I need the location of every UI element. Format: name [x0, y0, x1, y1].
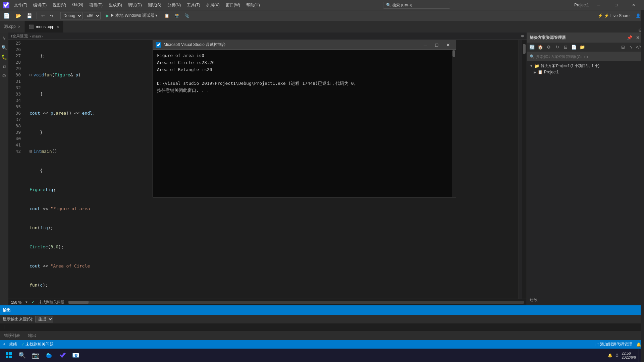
zoom-level[interactable]: 158 % [11, 300, 21, 304]
se-scrollbar[interactable] [641, 33, 644, 305]
tree-solution-root[interactable]: ▼ 📁 解决方案'Project1'(1 个项目/共 1 个) [527, 63, 644, 69]
menu-view[interactable]: 视图(V) [50, 2, 69, 9]
edge-taskbar[interactable] [43, 349, 55, 361]
editor-main: ⑂ 🔍 🐛 ⧉ ⚙ (全局范围) › main() ⊕ [0, 33, 644, 305]
start-button[interactable] [3, 349, 15, 361]
activity-debug[interactable]: 🐛 [1, 53, 8, 61]
problems-text[interactable]: 未找到相关问题 [39, 300, 64, 305]
console-scrollbar-thumb[interactable] [452, 50, 455, 57]
activity-search[interactable]: 🔍 [1, 44, 8, 51]
scrollbar-thumb[interactable] [523, 44, 526, 54]
solution-tree: ▼ 📁 解决方案'Project1'(1 个项目/共 1 个) ▶ 📋 Proj… [527, 61, 644, 294]
menu-tools[interactable]: 工具(T) [184, 2, 203, 9]
code-editor-wrapper: 25 26 27 28 29 30 31 32 33 34 35 36 [8, 40, 527, 299]
toolbar-icon-2[interactable]: 📸 [172, 13, 181, 19]
console-minimize[interactable]: ─ [420, 40, 430, 50]
taskbar-right: 🔔 英 22:56 2022/6/6 [608, 349, 641, 362]
se-toolbar: 🔄 🏠 ⚙ ↻ ⊟ 📄 📁 ⊞ ⤡ </> [527, 43, 644, 52]
h-scrollbar[interactable] [68, 301, 524, 304]
menu-debug[interactable]: 调试(D) [125, 2, 145, 9]
taskbar-clock[interactable]: 22:56 2022/6/6 [622, 351, 636, 359]
debug-config-select[interactable]: Debug [60, 12, 83, 19]
maximize-button[interactable]: □ [608, 0, 624, 10]
run-button[interactable]: ▶ ▶ 本地 Windows 调试器 ▾ [106, 13, 157, 18]
fold-icon-26[interactable]: ⊟ [30, 72, 32, 78]
se-sync-btn[interactable]: 🔄 [528, 44, 536, 51]
se-search-icon: 🔍 [530, 54, 535, 59]
se-pin-btn[interactable]: 📌 [626, 34, 633, 41]
tab-monst-cpp[interactable]: ⬛ monst.cpp ✕ [25, 21, 63, 33]
toolbar-icon-1[interactable]: 📋 [162, 13, 171, 19]
activity-git[interactable]: ⑂ [1, 35, 8, 42]
redo-btn[interactable]: ↪ [48, 13, 55, 19]
se-close-panel-btn[interactable]: ✕ [634, 34, 641, 41]
console-close[interactable]: ✕ [443, 40, 453, 50]
undo-btn[interactable]: ↩ [39, 13, 47, 19]
tree-arrow-root: ▼ [530, 64, 533, 68]
live-share-button[interactable]: ⚡ ⚡ Live Share [595, 13, 632, 18]
se-search-input[interactable] [536, 55, 641, 59]
console-window: Microsoft Visual Studio 调试控制台 ─ □ ✕ Figu… [153, 40, 456, 197]
output-tab[interactable]: 输出 [24, 331, 40, 341]
camera-taskbar[interactable]: 📷 [30, 349, 42, 361]
editor-scrollbar[interactable] [522, 40, 527, 299]
error-list-tab[interactable]: 错误列表 [0, 331, 24, 341]
menu-file[interactable]: 文件(F) [11, 2, 30, 9]
taskbar-ime[interactable]: 英 [615, 353, 619, 358]
menu-project[interactable]: 项目(P) [87, 2, 105, 9]
close-button[interactable]: ✕ [626, 0, 641, 10]
menu-analyze[interactable]: 分析(N) [165, 2, 184, 9]
editor-minimap[interactable] [519, 40, 522, 299]
console-maximize[interactable]: □ [432, 40, 442, 50]
se-filter-btn[interactable]: ⚙ [545, 44, 552, 51]
add-source-control[interactable]: ↑ ↑ 添加到源代码管理 [594, 342, 632, 347]
open-btn[interactable]: 📂 [13, 12, 23, 19]
menu-window[interactable]: 窗口(W) [223, 2, 243, 9]
tab-monst-cpp-close[interactable]: ✕ [56, 25, 59, 29]
menu-extensions[interactable]: 扩展(X) [204, 2, 222, 9]
se-new-folder-btn[interactable]: 📁 [579, 44, 586, 51]
minimize-button[interactable]: ─ [591, 0, 606, 10]
console-content-wrapper: Figure of area is0 Area of Circle is28.2… [153, 50, 456, 197]
global-scope[interactable]: (全局范围) [11, 34, 28, 39]
tab-source-cpp-close[interactable]: ✕ [18, 25, 20, 28]
menu-git[interactable]: Git(G) [69, 2, 86, 9]
menu-test[interactable]: 测试(S) [145, 2, 164, 9]
se-expand-btn[interactable]: ⤡ [627, 44, 635, 51]
se-new-file-btn[interactable]: 📄 [570, 44, 578, 51]
menu-build[interactable]: 生成(B) [106, 2, 125, 9]
status-bar: ⑂ 就绪 ✓ 未找到相关问题 ↑ ↑ 添加到源代码管理 🔔 [0, 340, 644, 349]
tab-source-cpp[interactable]: 源.cpp ✕ [0, 21, 25, 33]
toolbar-icon-3[interactable]: 📎 [182, 13, 192, 19]
se-refresh-btn[interactable]: ↻ [553, 44, 561, 51]
output-source-select[interactable]: 生成 [35, 316, 53, 322]
arch-select[interactable]: x86 [84, 12, 101, 19]
function-name[interactable]: main() [32, 34, 43, 38]
search-taskbar[interactable]: 🔍 [16, 349, 28, 361]
console-scrollbar[interactable] [452, 50, 456, 197]
new-project-btn[interactable]: 📄 [1, 12, 12, 19]
se-collapse-btn[interactable]: ⊟ [562, 44, 569, 51]
taskbar-notification[interactable]: 🔔 [608, 353, 612, 358]
vs-logo [3, 2, 9, 8]
taskbar: 🔍 📷 📧 🔔 英 22:56 2022/6/6 [0, 349, 644, 362]
solution-label: 解决方案'Project1'(1 个项目/共 1 个) [541, 63, 599, 68]
vs-taskbar[interactable] [56, 349, 68, 361]
project-label: Project1 [544, 70, 559, 74]
activity-settings[interactable]: ⚙ [1, 72, 8, 79]
tree-project-node[interactable]: ▶ 📋 Project1 [527, 69, 644, 75]
fold-icon-30[interactable]: ⊟ [30, 148, 32, 155]
dev-taskbar[interactable]: 📧 [70, 349, 82, 361]
status-problems-label: 未找到相关问题 [25, 342, 54, 347]
save-btn[interactable]: 💾 [24, 12, 34, 19]
menu-edit[interactable]: 编辑(E) [31, 2, 49, 9]
menu-help[interactable]: 帮助(H) [244, 2, 263, 9]
se-split-btn[interactable]: ⊞ [619, 44, 627, 51]
solution-explorer-header: 解决方案资源管理器 📌 ✕ [527, 33, 644, 43]
console-window-controls: ─ □ ✕ [420, 40, 453, 50]
se-home-btn[interactable]: 🏠 [537, 44, 544, 51]
add-scope-icon[interactable]: ⊕ [521, 34, 524, 38]
activity-extensions[interactable]: ⧉ [1, 63, 8, 70]
problems-status[interactable]: ✓ 未找到相关问题 [21, 342, 54, 347]
h-scrollbar-thumb[interactable] [68, 301, 89, 304]
